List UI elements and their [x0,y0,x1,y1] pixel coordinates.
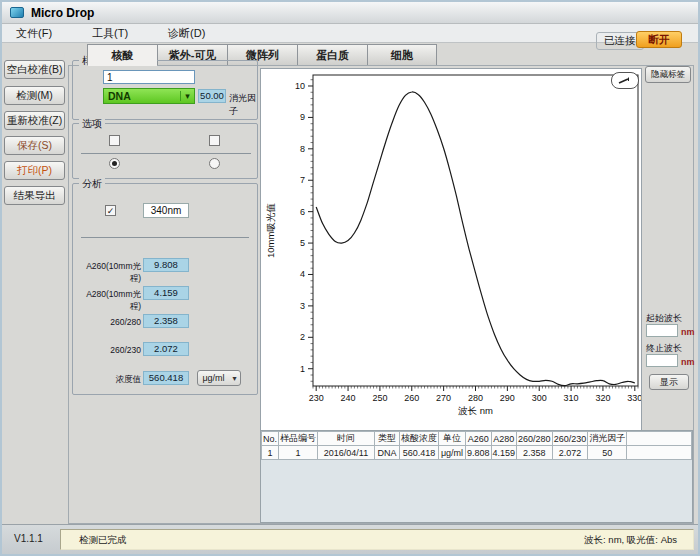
extinction-factor-label: 消光因子 [229,92,257,118]
recalibrate-button[interactable]: 重新校准(Z) [4,111,65,130]
title-bar[interactable]: Micro Drop [2,2,698,24]
tab-nucleic-acid[interactable]: 核酸 [87,44,157,66]
results-table[interactable]: No. 样品编号 时间 类型 核酸浓度 单位 A260 A280 260/280… [261,431,692,460]
table-row[interactable]: 1 1 2016/04/11 DNA 560.418 μg/ml 9.808 4… [262,446,692,460]
svg-text:1: 1 [300,364,305,374]
svg-text:3: 3 [300,301,305,311]
option-checkbox-2[interactable] [209,135,220,146]
tab-protein[interactable]: 蛋白质 [297,44,367,66]
ratio-260-280-value: 2.358 [143,314,189,328]
table-header-row: No. 样品编号 时间 类型 核酸浓度 单位 A260 A280 260/280… [262,432,692,446]
disconnect-button[interactable]: 断开 [636,31,682,48]
col-a280: A280 [491,432,517,446]
status-message: 检测已完成 [79,534,127,547]
version-label: V1.1.1 [14,533,43,544]
svg-text:290: 290 [500,393,515,403]
pencil-tool-button[interactable] [611,72,639,89]
ratio-260-230-label: 260/230 [75,345,141,355]
tab-cell[interactable]: 细胞 [367,44,437,66]
a280-value: 4.159 [143,286,189,300]
analysis-divider [81,237,249,238]
option-checkbox-1[interactable] [109,135,120,146]
option-radio-1[interactable] [109,158,120,169]
cell-time: 2016/04/11 [318,446,375,460]
analysis-title: 分析 [79,177,105,191]
app-window: Micro Drop 文件(F) 工具(T) 诊断(D) 核酸 紫外-可见 微阵… [0,0,700,556]
svg-text:330: 330 [627,393,641,403]
wavelength-input[interactable] [143,203,189,218]
sample-id-input[interactable] [103,70,195,84]
options-divider [81,153,251,154]
cell-factor: 50 [588,446,627,460]
blank-calibrate-button[interactable]: 空白校准(B) [4,60,65,79]
col-sample-id: 样品编号 [279,432,318,446]
chevron-down-icon: ▾ [180,91,194,101]
cell-260-230: 2.072 [552,446,588,460]
unit-value: μg/ml [198,373,229,383]
spectrum-chart: 2302402502602702802903003103203301234567… [261,69,641,431]
cell-sample-id: 1 [279,446,318,460]
col-a260: A260 [466,432,492,446]
svg-text:波长 nm: 波长 nm [458,405,493,416]
svg-text:8: 8 [300,144,305,154]
spectrum-chart-panel: 2302402502602702802903003103203301234567… [260,68,642,432]
col-260-280: 260/280 [517,432,553,446]
menu-bar: 文件(F) 工具(T) 诊断(D) [2,24,698,43]
col-type: 类型 [375,432,400,446]
cell-filler [627,446,692,460]
col-time: 时间 [318,432,375,446]
cursor-readout: 波长: nm, 吸光值: Abs [584,534,677,547]
cell-a260: 9.808 [466,446,492,460]
svg-text:230: 230 [309,393,324,403]
sample-type-select[interactable]: DNA ▾ [103,88,195,104]
concentration-label: 浓度值 [75,374,141,386]
a260-label: A260(10mm光程) [75,261,141,285]
svg-text:240: 240 [341,393,356,403]
measure-button[interactable]: 检测(M) [4,86,65,105]
hide-labels-button[interactable]: 隐藏标签 [645,66,691,83]
svg-text:4: 4 [300,269,305,279]
col-filler [627,432,692,446]
option-radio-2[interactable] [209,158,220,169]
menu-diagnostics[interactable]: 诊断(D) [156,24,217,43]
svg-text:260: 260 [404,393,419,403]
save-button[interactable]: 保存(S) [4,136,65,155]
chevron-down-icon: ▾ [229,374,240,383]
show-button[interactable]: 显示 [649,374,689,390]
unit-select[interactable]: μg/ml ▾ [197,370,241,386]
sample-info-group: 样品信息 DNA ▾ 50.00 消光因子 [72,60,258,120]
concentration-value: 560.418 [143,371,189,385]
end-wavelength-input[interactable] [646,354,678,367]
svg-text:310: 310 [564,393,579,403]
col-260-230: 260/230 [552,432,588,446]
status-bar: V1.1.1 检测已完成 波长: nm, 吸光值: Abs [2,524,700,556]
print-button[interactable]: 打印(P) [4,161,65,180]
cell-unit: μg/ml [439,446,466,460]
svg-text:270: 270 [436,393,451,403]
analysis-group: 分析 ✓ A260(10mm光程) 9.808 A280(10mm光程) 4.1… [72,183,258,395]
start-nm-label: nm [681,327,695,337]
col-factor: 消光因子 [588,432,627,446]
export-results-button[interactable]: 结果导出 [4,186,65,205]
svg-text:7: 7 [300,175,305,185]
svg-text:10: 10 [295,81,305,91]
options-title: 选项 [79,117,105,131]
col-unit: 单位 [439,432,466,446]
status-panel: 检测已完成 波长: nm, 吸光值: Abs [60,529,694,550]
cell-concentration: 560.418 [400,446,439,460]
wavelength-checkbox[interactable]: ✓ [105,205,116,216]
start-wavelength-input[interactable] [646,324,678,337]
svg-text:280: 280 [468,393,483,403]
ratio-260-230-value: 2.072 [143,342,189,356]
svg-text:10mm吸光值: 10mm吸光值 [265,203,276,258]
ratio-260-280-label: 260/280 [75,317,141,327]
cell-260-280: 2.358 [517,446,553,460]
window-title: Micro Drop [31,6,94,20]
menu-tools[interactable]: 工具(T) [80,24,140,43]
col-concentration: 核酸浓度 [400,432,439,446]
svg-text:9: 9 [300,112,305,122]
menu-file[interactable]: 文件(F) [4,24,64,43]
tab-row: 核酸 紫外-可见 微阵列 蛋白质 细胞 [87,44,437,66]
options-group: 选项 [72,123,258,179]
col-no: No. [262,432,279,446]
